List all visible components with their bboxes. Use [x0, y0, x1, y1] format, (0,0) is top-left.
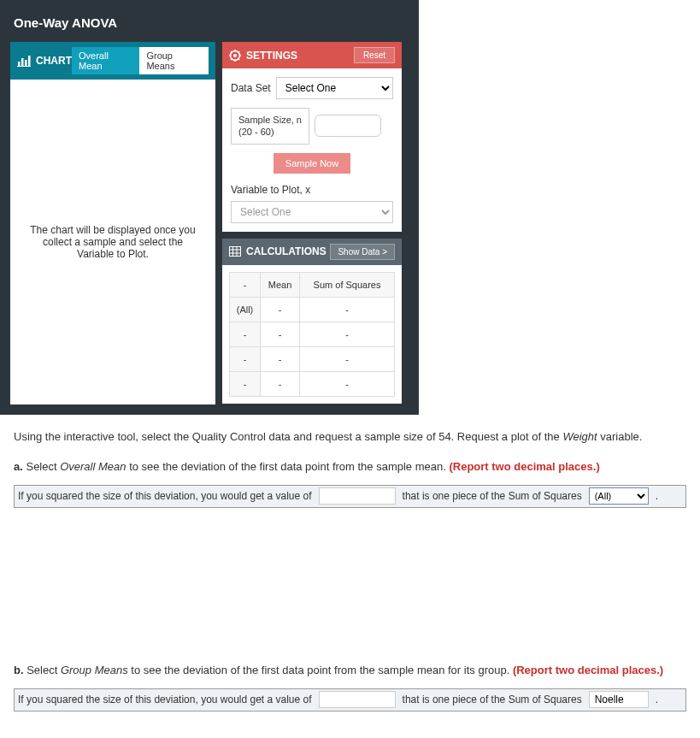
questions-area: Using the interactive tool, select the Q… [0, 415, 700, 725]
calc-body: - Mean Sum of Squares (All) - - - - [222, 265, 402, 404]
sample-size-input[interactable] [315, 115, 381, 137]
col-header-mean: Mean [261, 272, 300, 297]
row-header: - [230, 346, 261, 371]
chart-body: The chart will be displayed once you col… [10, 80, 215, 404]
tab-overall-mean[interactable]: Overall Mean [72, 47, 139, 74]
answer-line-a: If you squared the size of this deviatio… [14, 485, 686, 508]
cell: - [261, 322, 300, 346]
chart-bar-icon [17, 55, 31, 67]
calculations-panel: CALCULATIONS Show Data > - Mean Sum of S… [222, 239, 402, 404]
table-row: - - - [230, 371, 395, 396]
answer-a-value-input[interactable] [319, 487, 396, 505]
spacer [14, 508, 686, 662]
sample-size-label-1: Sample Size, n [238, 114, 302, 126]
settings-body: Data Set Select One Sample Size, n (20 -… [222, 68, 402, 232]
cell: - [261, 297, 300, 322]
dataset-row: Data Set Select One [231, 77, 393, 99]
cell: - [300, 346, 395, 371]
table-row: - - - [230, 346, 395, 371]
cell: - [261, 371, 300, 396]
cell: - [300, 371, 395, 396]
svg-rect-2 [25, 60, 27, 66]
settings-header: SETTINGS Reset [222, 42, 402, 68]
answer-b-select[interactable] [589, 691, 649, 708]
dataset-select[interactable]: Select One [276, 77, 393, 99]
calc-header-label: CALCULATIONS [246, 245, 326, 257]
svg-rect-15 [230, 247, 241, 257]
svg-rect-1 [21, 58, 24, 66]
variable-select[interactable]: Select One [231, 201, 393, 223]
panels: CHART Overall Mean Group Means The chart… [10, 42, 409, 404]
settings-panel: SETTINGS Reset Data Set Select One Sampl… [222, 42, 402, 232]
page-title: One-Way ANOVA [10, 10, 409, 42]
chart-header: CHART Overall Mean Group Means [10, 42, 215, 80]
answer-a-trail: . [652, 486, 662, 507]
table-row: (All) - - [230, 297, 395, 322]
chart-header-label: CHART [36, 55, 72, 67]
col-header-0: - [230, 272, 261, 297]
row-header: - [230, 322, 261, 346]
reset-button[interactable]: Reset [354, 47, 395, 63]
svg-rect-0 [18, 62, 21, 66]
question-intro: Using the interactive tool, select the Q… [14, 428, 686, 446]
question-a: a. Select Overall Mean to see the deviat… [14, 458, 686, 476]
calc-table: - Mean Sum of Squares (All) - - - - [229, 272, 395, 397]
sample-now-button[interactable]: Sample Now [274, 153, 350, 174]
svg-rect-3 [28, 56, 31, 66]
answer-b-trail: . [652, 689, 662, 711]
show-data-button[interactable]: Show Data > [330, 244, 395, 260]
cell: - [300, 322, 395, 346]
sample-size-row: Sample Size, n (20 - 60) [231, 108, 393, 145]
cell: - [300, 297, 395, 322]
answer-text-2: that is one piece of the Sum of Squares [399, 486, 585, 507]
answer-line-b: If you squared the size of this deviatio… [14, 688, 686, 711]
table-header-row: - Mean Sum of Squares [230, 272, 395, 297]
sample-now-row: Sample Now [231, 153, 393, 174]
table-icon [229, 246, 241, 257]
variable-label: Variable to Plot, x [231, 184, 393, 196]
question-b: b. Select Group Means to see the deviati… [14, 662, 686, 680]
table-row: - - - [230, 322, 395, 346]
answer-text-1: If you squared the size of this deviatio… [15, 689, 315, 711]
row-header: - [230, 371, 261, 396]
answer-a-select[interactable]: (All) [589, 487, 649, 505]
row-header: (All) [230, 297, 261, 322]
tool-container: One-Way ANOVA CHART Overall Mean Group M… [0, 0, 419, 415]
col-header-ss: Sum of Squares [300, 272, 395, 297]
chart-placeholder-text: The chart will be displayed once you col… [27, 224, 198, 260]
settings-header-label: SETTINGS [246, 50, 297, 62]
cell: - [261, 346, 300, 371]
svg-point-6 [233, 54, 237, 57]
svg-rect-4 [17, 66, 31, 67]
answer-text-2: that is one piece of the Sum of Squares [399, 689, 585, 711]
sample-size-label-2: (20 - 60) [238, 126, 302, 138]
tab-group-means[interactable]: Group Means [139, 47, 209, 74]
chart-tabs: Overall Mean Group Means [72, 47, 209, 74]
answer-b-value-input[interactable] [319, 691, 396, 708]
calc-header: CALCULATIONS Show Data > [222, 239, 402, 265]
sample-size-label-box: Sample Size, n (20 - 60) [231, 108, 309, 145]
dataset-label: Data Set [231, 82, 271, 94]
gear-icon [229, 50, 241, 62]
right-column: SETTINGS Reset Data Set Select One Sampl… [222, 42, 402, 404]
chart-panel: CHART Overall Mean Group Means The chart… [10, 42, 215, 404]
answer-text-1: If you squared the size of this deviatio… [15, 486, 315, 507]
